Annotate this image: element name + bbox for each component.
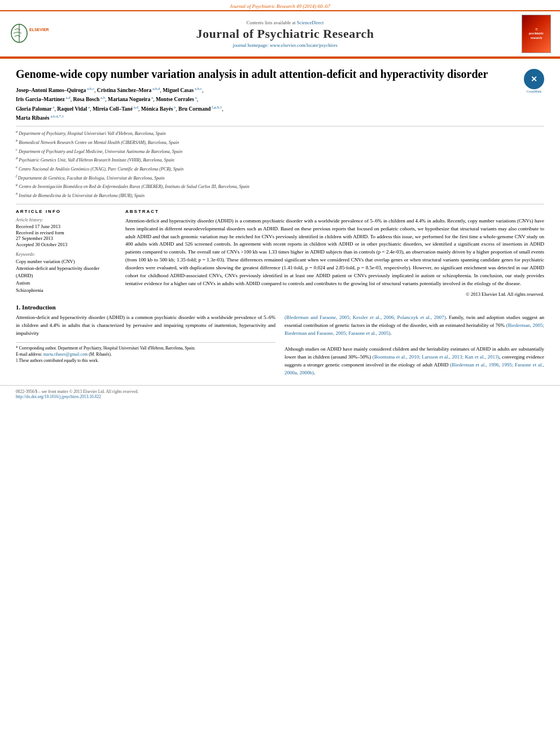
keyword-3: Autism (16, 279, 117, 287)
article-divider (16, 204, 544, 204)
homepage-line: journal homepage: www.elsevier.com/locat… (55, 42, 515, 48)
article-info-abstract: ARTICLE INFO Article history: Received 1… (16, 209, 544, 297)
keyword-1: Copy number variation (CNV) (16, 258, 117, 265)
article-info-block: ARTICLE INFO Article history: Received 1… (16, 209, 117, 297)
affil-h: h Institut de Biomedicina de la Universi… (16, 191, 544, 199)
keyword-2: Attention-deficit and hyperactivity diso… (16, 265, 117, 279)
accepted-date: Accepted 30 October 2013 (16, 242, 117, 247)
author-9: Raquel Vidal (57, 106, 87, 112)
journal-name: Journal of Psychiatric Research (55, 27, 515, 41)
affil-d: d Psychiatric Genetics Unit, Vall d'Hebr… (16, 155, 544, 164)
author-6: Mariana Nogueira (108, 97, 150, 103)
revised-date: Received in revised form 27 September 20… (16, 230, 117, 241)
author-8: Gloria Palomar (16, 106, 52, 112)
crossmark-logo[interactable]: ✕ CrossMark (524, 69, 544, 93)
paper-body: ✕ CrossMark Genome-wide copy number vari… (0, 59, 560, 385)
affiliations: a Department of Psychiatry, Hospital Uni… (16, 126, 544, 199)
affil-g: g Centro de Investigación Biomédica en R… (16, 182, 544, 190)
history-label: Article history: (16, 217, 117, 222)
article-info-label: ARTICLE INFO (16, 209, 117, 214)
journal-thumbnail: ☰ psychiatric research (522, 15, 551, 53)
intro-left-col: Attention-deficit and hyperactivity diso… (16, 314, 275, 377)
received-date: Received 17 June 2013 (16, 224, 117, 229)
abstract-block: ABSTRACT Attention-deficit and hyperacti… (125, 209, 544, 297)
journal-header-bar: ELSEVIER Contents lists available at Sci… (0, 10, 560, 57)
copyright: © 2013 Elsevier Ltd. All rights reserved… (125, 291, 544, 297)
email-footnote: E-mail address: marta.ribases@gmail.com … (16, 351, 275, 357)
author-1: Josep–Antoni Ramos–Quiroga (16, 88, 86, 93)
paper-title: Genome-wide copy number variation analys… (16, 67, 544, 81)
author-2: Cristina Sánchez–Mora (97, 88, 151, 93)
keywords-label: Keywords: (16, 252, 117, 257)
author-5: Rosa Bosch (73, 97, 99, 103)
author-4: Iris Garcia–Martínez (16, 97, 65, 103)
doi-line[interactable]: http://dx.doi.org/10.1016/j.jpsychires.2… (16, 394, 544, 399)
affil-a: a Department of Psychiatry, Hospital Uni… (16, 129, 544, 137)
sciencedirect-link[interactable]: ScienceDirect (297, 20, 324, 25)
authors-list: Josep–Antoni Ramos–Quiroga a,b,c, Cristi… (16, 86, 544, 123)
author-3: Miguel Casas (163, 88, 194, 93)
author-13: Marta Ribasés (16, 115, 49, 121)
intro-title: 1. Introduction (16, 304, 544, 311)
abstract-label: ABSTRACT (125, 209, 544, 214)
elsevier-logo: ELSEVIER (9, 22, 49, 46)
intro-right-col: (Blederman and Faraone, 2005; Kessler et… (285, 314, 544, 377)
footnote-area: * Corresponding author. Department of Ps… (16, 342, 275, 364)
author-11: Mònica Bayés (141, 106, 173, 112)
author-7: Montse Corrales (156, 97, 194, 103)
affil-e: e Centro Nacional de Análisis Genómico (… (16, 164, 544, 173)
affil-f: f Departament de Genètica, Facultat de B… (16, 173, 544, 182)
author-12: Bru Cormand (178, 106, 211, 112)
equal-contrib-footnote: 1 These authors contributed equally to t… (16, 357, 275, 364)
introduction-section: 1. Introduction Attention-deficit and hy… (16, 304, 544, 377)
svg-text:ELSEVIER: ELSEVIER (29, 28, 49, 32)
keyword-4: Schizophrenia (16, 287, 117, 294)
affil-c: c Department of Psychiatry and Legal Med… (16, 147, 544, 155)
journal-citation: Journal of Psychiatric Research 49 (2014… (0, 0, 560, 10)
bottom-bar: 0022-3956/$ – see front matter © 2013 El… (0, 385, 560, 403)
journal-title-block: Contents lists available at ScienceDirec… (55, 20, 515, 48)
affil-b: b Biomedical Network Research Centre on … (16, 138, 544, 146)
abstract-text: Attention-deficit and hyperactivity diso… (125, 217, 544, 288)
sciencedirect-line: Contents lists available at ScienceDirec… (55, 20, 515, 25)
author-10: Mireia Coll–Tané (93, 106, 133, 112)
crossmark-icon: ✕ (524, 69, 544, 89)
intro-columns: Attention-deficit and hyperactivity diso… (16, 314, 544, 377)
issn-line: 0022-3956/$ – see front matter © 2013 El… (16, 389, 544, 394)
corresponding-footnote: * Corresponding author. Department of Ps… (16, 345, 275, 351)
